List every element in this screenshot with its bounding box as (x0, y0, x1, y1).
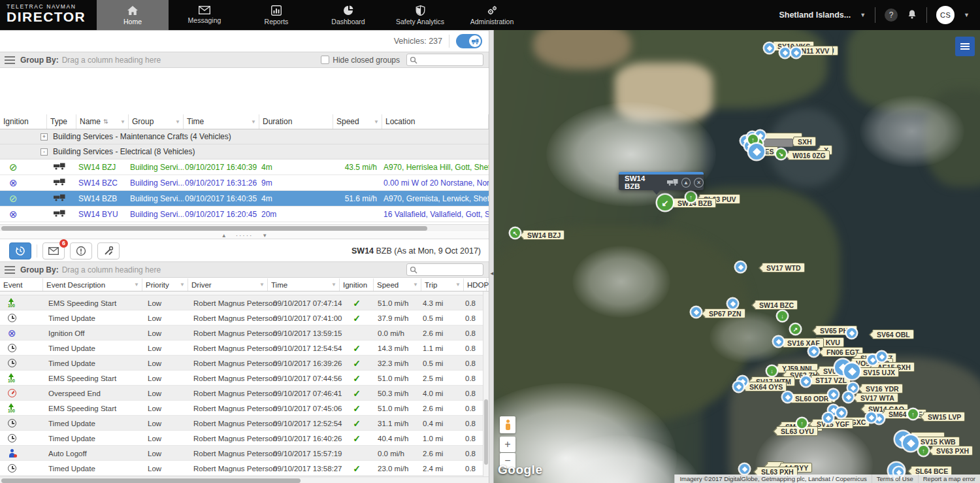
map-vehicle-label[interactable]: SP67 PZN (704, 308, 745, 318)
column-header-duration[interactable]: Duration (259, 114, 333, 129)
report-map-error-link[interactable]: Report a map error (918, 475, 980, 483)
hide-closed-checkbox[interactable] (321, 56, 329, 64)
nav-item-dashboard[interactable]: Dashboard (312, 0, 384, 30)
nav-item-administration[interactable]: Administration (456, 0, 528, 30)
map-vehicle-label[interactable]: SV17 WTA (856, 393, 898, 403)
chevron-down-icon[interactable]: ▼ (860, 12, 866, 18)
history-button[interactable] (9, 242, 31, 259)
event-search[interactable] (406, 263, 483, 276)
map-vehicle-label[interactable]: W016 0ZG (788, 150, 830, 160)
vehicle-marker-stopped[interactable] (791, 48, 801, 58)
column-header-group[interactable]: Group▼ (129, 114, 184, 129)
column-header-event[interactable]: Event (0, 278, 43, 291)
vehicle-marker-stopped[interactable] (823, 413, 833, 423)
vehicle-marker-stopped[interactable] (809, 346, 819, 356)
group-row[interactable]: -Building Services - Electrical (8 Vehic… (0, 144, 489, 159)
horizontal-scrollbar[interactable] (0, 224, 489, 231)
event-row[interactable]: ⊗Ignition OffLowRobert Magnus Peterson09… (0, 325, 489, 341)
vehicle-marker-stopped[interactable] (843, 392, 853, 402)
notifications-bell-icon[interactable] (907, 9, 917, 22)
column-header-ignition[interactable]: Ignition (340, 278, 374, 291)
column-header-event-description[interactable]: Event Description▼ (43, 278, 142, 291)
vehicle-marker-moving[interactable]: ↗ (791, 324, 800, 334)
column-header-type[interactable]: Type (47, 114, 76, 129)
tooltip-collapse-icon[interactable]: ▲ (681, 178, 691, 188)
filter-icon[interactable]: ▼ (331, 282, 336, 288)
vehicle-row[interactable]: ⊗SW14 BYUBuilding Servi...09/10/2017 16:… (0, 207, 489, 222)
event-row[interactable]: 100EMS Speeding StartLowRobert Magnus Pe… (0, 295, 489, 310)
info-button[interactable] (70, 242, 92, 259)
event-row[interactable]: 100EMS Speeding StartLowRobert Magnus Pe… (0, 371, 489, 386)
tooltip-close-icon[interactable]: ✕ (694, 178, 704, 188)
vehicle-marker-stopped[interactable] (749, 144, 764, 159)
vehicle-marker-moving[interactable]: ↙ (657, 195, 673, 210)
vehicle-marker-stopped[interactable] (836, 408, 846, 418)
nav-item-reports[interactable]: Reports (240, 0, 312, 30)
event-row[interactable]: Overspeed EndLowRobert Magnus Peterson09… (0, 386, 489, 401)
event-row[interactable]: Timed UpdateLowRobert Magnus Peterson09/… (0, 416, 489, 431)
avatar[interactable]: CS (936, 6, 955, 24)
event-row[interactable]: Timed UpdateLowRobert Magnus Peterson09/… (0, 341, 489, 356)
nav-item-home[interactable]: Home (97, 0, 169, 30)
filter-icon[interactable]: ▼ (251, 119, 256, 125)
event-row[interactable]: Timed UpdateLowRobert Magnus Peterson09/… (0, 356, 489, 371)
vehicle-search[interactable] (406, 54, 483, 66)
vehicle-marker-stopped[interactable] (847, 328, 857, 338)
tools-button[interactable] (97, 242, 120, 259)
vehicle-row[interactable]: ⊗SW14 BZCBuilding Servi...09/10/2017 16:… (0, 175, 489, 191)
column-header-driver[interactable]: Driver▼ (188, 278, 268, 291)
filter-icon[interactable]: ▼ (134, 282, 139, 288)
map-vehicle-label[interactable]: SW14 BZJ (523, 230, 564, 240)
map-vehicle-label[interactable]: ST17 VZL (811, 375, 851, 385)
column-header-location[interactable]: Location (382, 114, 489, 129)
event-row[interactable]: Auto LogoffLowRobert Magnus Peterson09/1… (0, 446, 489, 461)
vehicle-marker-moving[interactable]: ↑ (908, 409, 918, 419)
map-vehicle-label[interactable]: SL63 OYU (776, 426, 818, 436)
map-vehicle-label[interactable]: SV16 XAF (783, 338, 824, 348)
column-header-speed[interactable]: Speed▼ (374, 278, 421, 291)
map-vehicle-label[interactable]: SL60 ODR (791, 393, 832, 403)
vehicle-marker-stopped[interactable] (848, 383, 858, 393)
help-icon[interactable]: ? (885, 8, 898, 22)
vehicle-marker-stopped[interactable] (844, 363, 860, 379)
filter-icon[interactable]: ▼ (180, 282, 185, 288)
vehicle-marker-moving[interactable]: ↖ (510, 228, 520, 238)
expander-icon[interactable]: - (41, 148, 48, 156)
vehicle-marker-stopped[interactable] (801, 376, 811, 386)
event-row[interactable]: Timed UpdateLowRobert Magnus Peterson09/… (0, 431, 489, 446)
menu-icon[interactable] (5, 56, 15, 64)
vehicle-marker-stopped[interactable] (764, 43, 774, 53)
column-header-ignition[interactable]: Ignition (0, 114, 47, 129)
filter-icon[interactable]: ▼ (120, 119, 125, 125)
event-row[interactable]: Timed UpdateLowRobert Magnus Peterson09/… (0, 461, 489, 476)
vehicle-marker-moving[interactable]: ↑ (686, 192, 696, 202)
column-header-priority[interactable]: Priority▼ (142, 278, 188, 291)
vehicle-row[interactable]: ⊘SW14 BZBBuilding Servi...09/10/2017 16:… (0, 191, 489, 207)
vehicle-row[interactable]: ⊘SW14 BZJBuilding Servi...09/10/2017 16:… (0, 159, 489, 175)
menu-icon[interactable] (5, 266, 15, 274)
vehicle-marker-stopped[interactable] (877, 352, 887, 361)
map[interactable]: SY10 VKSUBN11 XVVSXHCESXW016 0ZGSL63 PUV… (494, 30, 980, 483)
vehicle-marker-moving[interactable]: ↑ (919, 446, 928, 456)
vehicle-view-toggle[interactable] (456, 34, 482, 48)
nav-item-safety-analytics[interactable]: Safety Analytics (384, 0, 456, 30)
column-header-speed[interactable]: Speed▼ (333, 114, 382, 129)
vehicle-marker-moving[interactable]: ↘ (776, 149, 786, 159)
panel-divider[interactable]: ◄ (489, 30, 494, 483)
panel-splitter[interactable]: ▲·····▼ (0, 232, 489, 239)
map-vehicle-label[interactable]: SV17 WTD (762, 263, 805, 273)
vehicle-marker-stopped[interactable] (780, 48, 790, 58)
vehicle-marker-stopped[interactable] (728, 299, 738, 308)
vehicle-marker-stopped[interactable] (734, 382, 743, 391)
vehicle-marker-stopped[interactable] (903, 435, 919, 451)
map-vehicle-label[interactable]: SW15 LVP (923, 412, 965, 422)
zoom-in-button[interactable]: + (500, 437, 515, 452)
filter-icon[interactable]: ▼ (374, 119, 379, 125)
vehicle-marker-moving[interactable]: ↑ (748, 135, 758, 144)
vehicle-marker-moving[interactable]: ↑ (797, 418, 807, 428)
column-header-time[interactable]: Time▼ (268, 278, 340, 291)
vehicle-marker-stopped[interactable] (774, 337, 783, 346)
event-horizontal-scrollbar[interactable] (0, 476, 489, 483)
map-vehicle-label[interactable]: SV15 YGF (812, 419, 853, 429)
vehicle-marker-stopped[interactable] (783, 392, 792, 402)
